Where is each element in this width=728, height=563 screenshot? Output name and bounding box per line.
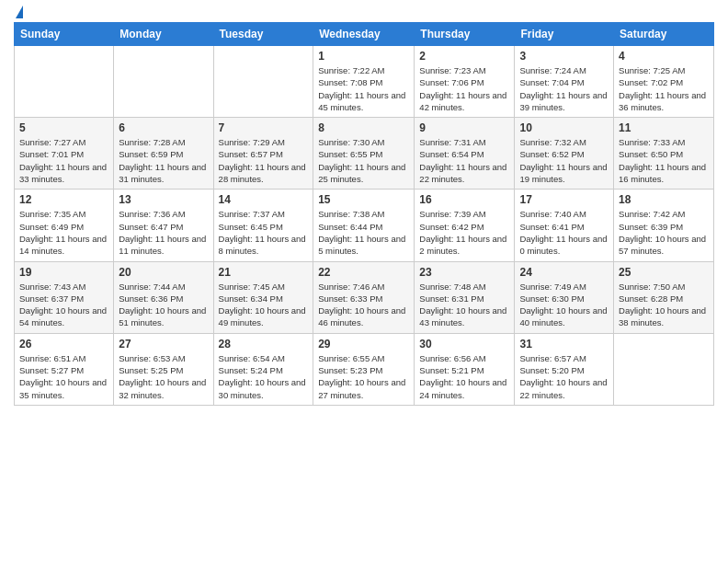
calendar-cell: 16Sunrise: 7:39 AM Sunset: 6:42 PM Dayli… xyxy=(415,190,515,261)
day-info: Sunrise: 7:35 AM Sunset: 6:49 PM Dayligh… xyxy=(19,208,108,257)
calendar-cell: 30Sunrise: 6:56 AM Sunset: 5:21 PM Dayli… xyxy=(415,333,515,405)
weekday-header-tuesday: Tuesday xyxy=(213,23,313,46)
day-info: Sunrise: 7:25 AM Sunset: 7:02 PM Dayligh… xyxy=(619,64,709,113)
page: SundayMondayTuesdayWednesdayThursdayFrid… xyxy=(0,0,728,563)
weekday-header-sunday: Sunday xyxy=(15,23,114,46)
logo-triangle-icon xyxy=(16,6,23,18)
day-number: 20 xyxy=(119,266,208,279)
calendar-cell: 26Sunrise: 6:51 AM Sunset: 5:27 PM Dayli… xyxy=(15,333,114,405)
day-info: Sunrise: 7:36 AM Sunset: 6:47 PM Dayligh… xyxy=(119,208,208,257)
day-info: Sunrise: 7:49 AM Sunset: 6:30 PM Dayligh… xyxy=(519,281,609,329)
day-info: Sunrise: 6:57 AM Sunset: 5:20 PM Dayligh… xyxy=(519,352,609,401)
header xyxy=(14,9,714,15)
calendar-cell: 28Sunrise: 6:54 AM Sunset: 5:24 PM Dayli… xyxy=(213,333,313,405)
day-info: Sunrise: 7:28 AM Sunset: 6:59 PM Dayligh… xyxy=(119,136,208,185)
calendar-cell: 20Sunrise: 7:44 AM Sunset: 6:36 PM Dayli… xyxy=(114,261,213,333)
day-info: Sunrise: 7:46 AM Sunset: 6:33 PM Dayligh… xyxy=(318,281,409,329)
calendar-table: SundayMondayTuesdayWednesdayThursdayFrid… xyxy=(14,22,714,406)
day-number: 30 xyxy=(419,338,509,350)
day-number: 19 xyxy=(19,266,108,279)
logo xyxy=(14,9,23,15)
day-number: 25 xyxy=(619,266,709,279)
calendar-cell: 21Sunrise: 7:45 AM Sunset: 6:34 PM Dayli… xyxy=(213,261,313,333)
day-info: Sunrise: 7:40 AM Sunset: 6:41 PM Dayligh… xyxy=(519,208,609,257)
weekday-header-friday: Friday xyxy=(515,23,614,46)
day-info: Sunrise: 7:37 AM Sunset: 6:45 PM Dayligh… xyxy=(219,208,309,257)
calendar-cell: 2Sunrise: 7:23 AM Sunset: 7:06 PM Daylig… xyxy=(415,46,515,118)
day-number: 11 xyxy=(619,121,709,134)
day-info: Sunrise: 7:43 AM Sunset: 6:37 PM Dayligh… xyxy=(19,281,108,329)
day-number: 29 xyxy=(318,338,409,350)
weekday-header-thursday: Thursday xyxy=(415,23,515,46)
calendar-cell: 4Sunrise: 7:25 AM Sunset: 7:02 PM Daylig… xyxy=(614,46,714,118)
day-number: 26 xyxy=(19,338,108,350)
day-info: Sunrise: 7:24 AM Sunset: 7:04 PM Dayligh… xyxy=(519,64,609,113)
day-number: 28 xyxy=(219,338,309,350)
calendar-week-row: 26Sunrise: 6:51 AM Sunset: 5:27 PM Dayli… xyxy=(15,333,714,405)
day-info: Sunrise: 6:54 AM Sunset: 5:24 PM Dayligh… xyxy=(219,352,309,401)
calendar-week-row: 1Sunrise: 7:22 AM Sunset: 7:08 PM Daylig… xyxy=(15,46,714,118)
day-number: 16 xyxy=(419,193,509,206)
day-number: 22 xyxy=(318,266,409,279)
calendar-cell: 11Sunrise: 7:33 AM Sunset: 6:50 PM Dayli… xyxy=(614,118,714,190)
day-number: 5 xyxy=(19,121,108,134)
day-number: 21 xyxy=(219,266,309,279)
calendar-week-row: 5Sunrise: 7:27 AM Sunset: 7:01 PM Daylig… xyxy=(15,118,714,190)
day-info: Sunrise: 7:31 AM Sunset: 6:54 PM Dayligh… xyxy=(419,136,509,185)
day-number: 4 xyxy=(619,50,709,63)
calendar-cell: 5Sunrise: 7:27 AM Sunset: 7:01 PM Daylig… xyxy=(15,118,114,190)
day-number: 31 xyxy=(519,338,609,350)
calendar-cell: 17Sunrise: 7:40 AM Sunset: 6:41 PM Dayli… xyxy=(515,190,614,261)
weekday-header-monday: Monday xyxy=(114,23,213,46)
day-info: Sunrise: 6:53 AM Sunset: 5:25 PM Dayligh… xyxy=(119,352,208,401)
day-number: 15 xyxy=(318,193,409,206)
day-info: Sunrise: 6:55 AM Sunset: 5:23 PM Dayligh… xyxy=(318,352,409,401)
day-info: Sunrise: 7:42 AM Sunset: 6:39 PM Dayligh… xyxy=(619,208,709,257)
calendar-cell: 12Sunrise: 7:35 AM Sunset: 6:49 PM Dayli… xyxy=(15,190,114,261)
calendar-cell: 27Sunrise: 6:53 AM Sunset: 5:25 PM Dayli… xyxy=(114,333,213,405)
calendar-week-row: 12Sunrise: 7:35 AM Sunset: 6:49 PM Dayli… xyxy=(15,190,714,261)
calendar-cell: 10Sunrise: 7:32 AM Sunset: 6:52 PM Dayli… xyxy=(515,118,614,190)
calendar-cell: 31Sunrise: 6:57 AM Sunset: 5:20 PM Dayli… xyxy=(515,333,614,405)
day-number: 12 xyxy=(19,193,108,206)
day-number: 23 xyxy=(419,266,509,279)
calendar-cell: 3Sunrise: 7:24 AM Sunset: 7:04 PM Daylig… xyxy=(515,46,614,118)
day-info: Sunrise: 7:44 AM Sunset: 6:36 PM Dayligh… xyxy=(119,281,208,329)
day-number: 18 xyxy=(619,193,709,206)
calendar-cell: 24Sunrise: 7:49 AM Sunset: 6:30 PM Dayli… xyxy=(515,261,614,333)
day-number: 13 xyxy=(119,193,208,206)
day-number: 8 xyxy=(318,121,409,134)
day-number: 3 xyxy=(519,50,609,63)
day-info: Sunrise: 7:32 AM Sunset: 6:52 PM Dayligh… xyxy=(519,136,609,185)
day-number: 17 xyxy=(519,193,609,206)
day-info: Sunrise: 7:29 AM Sunset: 6:57 PM Dayligh… xyxy=(219,136,309,185)
day-info: Sunrise: 7:38 AM Sunset: 6:44 PM Dayligh… xyxy=(318,208,409,257)
day-info: Sunrise: 7:27 AM Sunset: 7:01 PM Dayligh… xyxy=(19,136,108,185)
day-number: 10 xyxy=(519,121,609,134)
day-info: Sunrise: 7:22 AM Sunset: 7:08 PM Dayligh… xyxy=(318,64,409,113)
calendar-cell: 9Sunrise: 7:31 AM Sunset: 6:54 PM Daylig… xyxy=(415,118,515,190)
logo-text xyxy=(14,9,23,18)
weekday-header-saturday: Saturday xyxy=(614,23,714,46)
calendar-cell: 18Sunrise: 7:42 AM Sunset: 6:39 PM Dayli… xyxy=(614,190,714,261)
calendar-cell: 6Sunrise: 7:28 AM Sunset: 6:59 PM Daylig… xyxy=(114,118,213,190)
day-info: Sunrise: 7:39 AM Sunset: 6:42 PM Dayligh… xyxy=(419,208,509,257)
calendar-cell xyxy=(15,46,114,118)
calendar-cell: 15Sunrise: 7:38 AM Sunset: 6:44 PM Dayli… xyxy=(313,190,415,261)
day-info: Sunrise: 7:50 AM Sunset: 6:28 PM Dayligh… xyxy=(619,281,709,329)
day-info: Sunrise: 6:51 AM Sunset: 5:27 PM Dayligh… xyxy=(19,352,108,401)
day-number: 1 xyxy=(318,50,409,63)
day-number: 27 xyxy=(119,338,208,350)
calendar-cell: 8Sunrise: 7:30 AM Sunset: 6:55 PM Daylig… xyxy=(313,118,415,190)
day-number: 2 xyxy=(419,50,509,63)
calendar-cell: 14Sunrise: 7:37 AM Sunset: 6:45 PM Dayli… xyxy=(213,190,313,261)
day-info: Sunrise: 7:33 AM Sunset: 6:50 PM Dayligh… xyxy=(619,136,709,185)
day-number: 9 xyxy=(419,121,509,134)
calendar-cell: 7Sunrise: 7:29 AM Sunset: 6:57 PM Daylig… xyxy=(213,118,313,190)
day-number: 6 xyxy=(119,121,208,134)
day-info: Sunrise: 7:48 AM Sunset: 6:31 PM Dayligh… xyxy=(419,281,509,329)
calendar-header-row: SundayMondayTuesdayWednesdayThursdayFrid… xyxy=(15,23,714,46)
calendar-cell xyxy=(614,333,714,405)
day-number: 7 xyxy=(219,121,309,134)
day-info: Sunrise: 7:30 AM Sunset: 6:55 PM Dayligh… xyxy=(318,136,409,185)
